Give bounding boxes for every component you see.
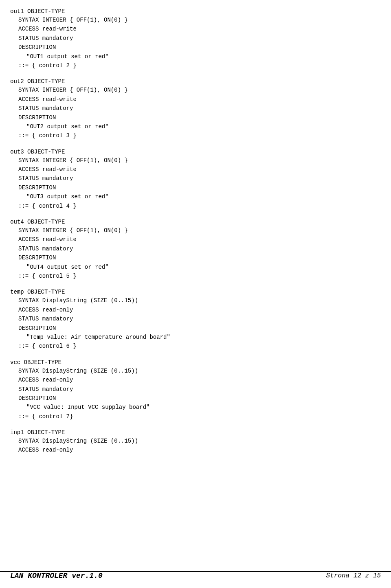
footer-title: LAN KONTROLER ver.1.0 bbox=[10, 572, 103, 580]
out2-status: STATUS mandatory bbox=[10, 104, 381, 113]
vcc-title: vcc OBJECT-TYPE bbox=[10, 359, 381, 366]
out1-assignment: ::= { control 2 } bbox=[10, 61, 381, 70]
temp-access: ACCESS read-only bbox=[10, 305, 381, 314]
object-out2: out2 OBJECT-TYPE SYNTAX INTEGER { OFF(1)… bbox=[10, 78, 381, 140]
inp1-syntax: SYNTAX DisplayString (SIZE (0..15)) bbox=[10, 437, 381, 445]
object-out3: out3 OBJECT-TYPE SYNTAX INTEGER { OFF(1)… bbox=[10, 149, 381, 211]
out3-title: out3 OBJECT-TYPE bbox=[10, 149, 381, 155]
vcc-access: ACCESS read-only bbox=[10, 375, 381, 384]
object-inp1: inp1 OBJECT-TYPE SYNTAX DisplayString (S… bbox=[10, 429, 381, 455]
temp-assignment: ::= { control 6 } bbox=[10, 342, 381, 351]
out3-description-value: "OUT3 output set or red" bbox=[10, 192, 381, 201]
vcc-syntax: SYNTAX DisplayString (SIZE (0..15)) bbox=[10, 366, 381, 375]
inp1-title: inp1 OBJECT-TYPE bbox=[10, 429, 381, 436]
object-temp: temp OBJECT-TYPE SYNTAX DisplayString (S… bbox=[10, 289, 381, 351]
out4-syntax: SYNTAX INTEGER { OFF(1), ON(0) } bbox=[10, 226, 381, 235]
out2-description-label: DESCRIPTION bbox=[10, 113, 381, 122]
object-vcc: vcc OBJECT-TYPE SYNTAX DisplayString (SI… bbox=[10, 359, 381, 421]
object-out4: out4 OBJECT-TYPE SYNTAX INTEGER { OFF(1)… bbox=[10, 219, 381, 281]
page-footer: LAN KONTROLER ver.1.0 Strona 12 z 15 bbox=[0, 571, 391, 580]
out1-syntax: SYNTAX INTEGER { OFF(1), ON(0) } bbox=[10, 15, 381, 24]
temp-syntax: SYNTAX DisplayString (SIZE (0..15)) bbox=[10, 296, 381, 305]
out3-access: ACCESS read-write bbox=[10, 165, 381, 174]
out4-access: ACCESS read-write bbox=[10, 235, 381, 244]
temp-status: STATUS mandatory bbox=[10, 314, 381, 323]
content-area: out1 OBJECT-TYPE SYNTAX INTEGER { OFF(1)… bbox=[10, 8, 381, 455]
temp-description-label: DESCRIPTION bbox=[10, 324, 381, 333]
vcc-description-label: DESCRIPTION bbox=[10, 394, 381, 403]
vcc-status: STATUS mandatory bbox=[10, 385, 381, 394]
out1-access: ACCESS read-write bbox=[10, 24, 381, 33]
vcc-assignment: ::= { control 7} bbox=[10, 412, 381, 421]
out1-status: STATUS mandatory bbox=[10, 34, 381, 43]
out2-syntax: SYNTAX INTEGER { OFF(1), ON(0) } bbox=[10, 86, 381, 94]
out4-title: out4 OBJECT-TYPE bbox=[10, 219, 381, 225]
out4-description-value: "OUT4 output set or red" bbox=[10, 263, 381, 272]
out2-access: ACCESS read-write bbox=[10, 95, 381, 104]
out3-description-label: DESCRIPTION bbox=[10, 183, 381, 192]
out1-description-label: DESCRIPTION bbox=[10, 43, 381, 52]
out2-assignment: ::= { control 3 } bbox=[10, 131, 381, 140]
footer-page: Strona 12 z 15 bbox=[326, 572, 381, 579]
temp-description-value: "Temp value: Air temperature around boar… bbox=[10, 333, 381, 342]
out3-syntax: SYNTAX INTEGER { OFF(1), ON(0) } bbox=[10, 156, 381, 165]
out1-description-value: "OUT1 output set or red" bbox=[10, 52, 381, 61]
out2-title: out2 OBJECT-TYPE bbox=[10, 78, 381, 85]
out4-status: STATUS mandatory bbox=[10, 244, 381, 253]
out1-title: out1 OBJECT-TYPE bbox=[10, 8, 381, 15]
out3-assignment: ::= { control 4 } bbox=[10, 202, 381, 211]
inp1-access: ACCESS read-only bbox=[10, 445, 381, 454]
out3-status: STATUS mandatory bbox=[10, 174, 381, 183]
out2-description-value: "OUT2 output set or red" bbox=[10, 122, 381, 131]
object-out1: out1 OBJECT-TYPE SYNTAX INTEGER { OFF(1)… bbox=[10, 8, 381, 70]
out4-description-label: DESCRIPTION bbox=[10, 253, 381, 262]
out4-assignment: ::= { control 5 } bbox=[10, 272, 381, 281]
vcc-description-value: "VCC value: Input VCC supplay board" bbox=[10, 403, 381, 412]
temp-title: temp OBJECT-TYPE bbox=[10, 289, 381, 295]
